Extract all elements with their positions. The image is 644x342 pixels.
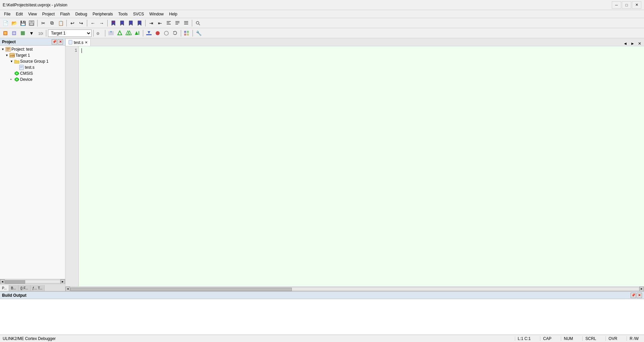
menu-item-help[interactable]: Help	[166, 11, 180, 17]
format2-btn[interactable]	[173, 19, 181, 27]
rebuild-btn[interactable]	[124, 29, 132, 37]
target1-expand[interactable]: ▼	[5, 54, 9, 57]
tb2-btn4[interactable]: 100	[36, 29, 44, 37]
options-btn[interactable]	[183, 29, 191, 37]
svg-line-15	[199, 24, 200, 25]
download-btn[interactable]	[145, 29, 153, 37]
minimize-button[interactable]: ─	[612, 1, 621, 9]
proj-scroll-right[interactable]: ►	[60, 279, 65, 284]
menu-item-view[interactable]: View	[25, 11, 40, 17]
indent-btn[interactable]: ⇥	[147, 19, 155, 27]
editor-line-numbers: 1	[65, 46, 79, 286]
manage-rte-btn[interactable]: ⚙	[95, 29, 103, 37]
tb2-btn2[interactable]	[10, 29, 18, 37]
menu-item-svcs[interactable]: SVCS	[130, 11, 147, 17]
paste-btn[interactable]: 📋	[57, 19, 65, 27]
proj-scroll-thumb[interactable]	[5, 280, 25, 284]
proj-tab-functions[interactable]: {} F...	[18, 285, 31, 291]
redo-btn[interactable]: ↪	[77, 19, 85, 27]
menu-item-debug[interactable]: Debug	[73, 11, 90, 17]
project-root-expand[interactable]: ▼	[1, 48, 5, 51]
device-expand[interactable]: +	[10, 78, 14, 81]
nav-back-btn[interactable]: ←	[89, 19, 97, 27]
nav-fwd-btn[interactable]: →	[98, 19, 106, 27]
source-group-item[interactable]: ▼ Source Group 1	[1, 58, 64, 64]
tb2-btn3[interactable]	[19, 29, 27, 37]
svg-rect-36	[184, 31, 186, 33]
proj-tab-project[interactable]: P...	[0, 285, 9, 291]
device-label: Device	[20, 77, 33, 82]
target-dropdown[interactable]: Target 1	[48, 30, 92, 37]
maximize-button[interactable]: □	[622, 1, 631, 9]
copy-btn[interactable]: ⧉	[48, 19, 56, 27]
editor-scroll-left[interactable]: ◄	[65, 287, 70, 291]
translate-btn[interactable]	[107, 29, 115, 37]
target1-item[interactable]: ▼ ARM Target 1	[1, 52, 64, 58]
svg-text:⚙: ⚙	[96, 32, 100, 36]
build-pin-btn[interactable]: 📌	[631, 293, 636, 298]
editor-tab-test-s[interactable]: test.s ✕	[65, 39, 91, 46]
test-s-icon	[19, 65, 24, 70]
menu-item-tools[interactable]: Tools	[116, 11, 130, 17]
editor-scroll-track[interactable]	[70, 287, 639, 291]
proj-scroll-track[interactable]	[5, 280, 60, 283]
build-output-content	[0, 299, 644, 335]
menu-item-project[interactable]: Project	[40, 11, 57, 17]
bookmark3-btn[interactable]	[127, 19, 135, 27]
batch-build-btn[interactable]	[133, 29, 141, 37]
open-btn[interactable]: 📂	[10, 19, 18, 27]
project-close-btn[interactable]: ✕	[58, 39, 63, 45]
proj-scroll-left[interactable]: ◄	[0, 279, 5, 284]
source-group-label: Source Group 1	[20, 59, 49, 64]
bookmark2-btn[interactable]	[118, 19, 126, 27]
format1-btn[interactable]	[165, 19, 173, 27]
menu-item-peripherals[interactable]: Peripherals	[90, 11, 116, 17]
project-root-item[interactable]: ▼ Project: test	[1, 46, 64, 52]
proj-tab-templates[interactable]: ƒ... T...	[31, 285, 45, 291]
undo-btn[interactable]: ↩	[68, 19, 76, 27]
device-item[interactable]: + Device	[1, 76, 64, 82]
code-editor[interactable]	[79, 46, 644, 286]
build-close-btn[interactable]: ✕	[637, 293, 642, 298]
tb2-btn1[interactable]	[1, 29, 9, 37]
proj-tab-project-label: P...	[2, 286, 7, 290]
test-s-item[interactable]: test.s	[1, 64, 64, 70]
editor-tab-test-s-close[interactable]: ✕	[85, 41, 88, 44]
sep1	[37, 20, 38, 26]
menu-item-window[interactable]: Window	[147, 11, 166, 17]
proj-tab-books[interactable]: B...	[9, 285, 18, 291]
bookmark4-btn[interactable]	[136, 19, 144, 27]
source-group-expand[interactable]: ▼	[10, 60, 14, 63]
sep6	[192, 20, 192, 26]
status-cap: CAP	[540, 336, 554, 341]
editor-scroll-thumb[interactable]	[70, 288, 292, 291]
cut-btn[interactable]: ✂	[39, 19, 47, 27]
test-s-label: test.s	[25, 65, 35, 70]
editor-scroll-right[interactable]: ►	[639, 287, 644, 291]
save-all-btn[interactable]	[28, 19, 36, 27]
reset-btn[interactable]	[171, 29, 179, 37]
new-file-btn[interactable]: 📄	[1, 19, 9, 27]
search-tools-btn[interactable]	[194, 19, 202, 27]
status-position: L:1 C:1	[515, 336, 534, 341]
close-button[interactable]: ✕	[632, 1, 641, 9]
sep3	[87, 20, 87, 26]
start-debug-btn[interactable]	[154, 29, 162, 37]
editor-tab-ctrl-right[interactable]: ►	[629, 41, 636, 46]
bookmark1-btn[interactable]	[109, 19, 117, 27]
settings-btn[interactable]: 🔧	[195, 29, 203, 37]
save-btn[interactable]: 💾	[19, 19, 27, 27]
build-btn[interactable]	[116, 29, 124, 37]
editor-tab-ctrl-left[interactable]: ◄	[622, 41, 629, 46]
menu-item-edit[interactable]: Edit	[13, 11, 25, 17]
format3-btn[interactable]	[182, 19, 190, 27]
stop-btn[interactable]	[162, 29, 170, 37]
editor-tab-ctrl-close[interactable]: ✕	[637, 41, 643, 46]
menu-item-file[interactable]: File	[1, 11, 13, 17]
tb2-dropdown-btn[interactable]: ▼	[28, 29, 36, 37]
unindent-btn[interactable]: ⇤	[156, 19, 164, 27]
project-pin-btn[interactable]: 📌	[52, 39, 57, 45]
menu-item-flash[interactable]: Flash	[57, 11, 72, 17]
proj-tab-functions-label: {} F...	[20, 286, 28, 290]
cmsis-item[interactable]: CMSIS	[1, 70, 64, 76]
